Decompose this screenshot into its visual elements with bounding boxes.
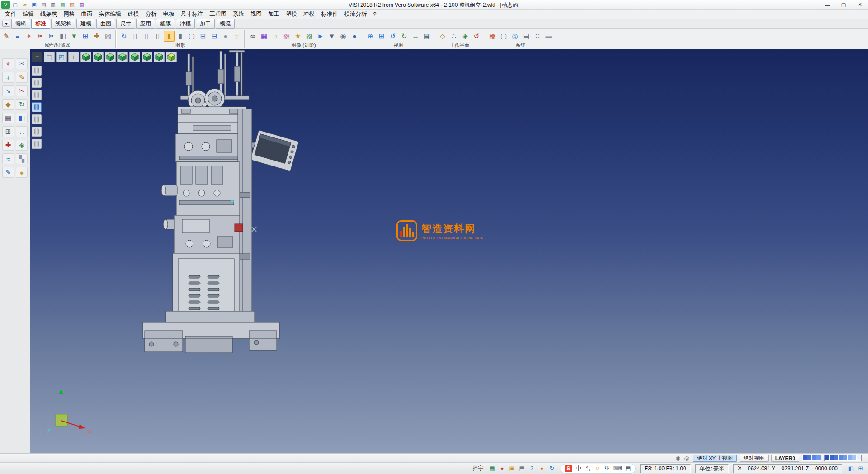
view-back-icon[interactable]	[117, 52, 128, 62]
wave-icon[interactable]: ≈	[2, 153, 14, 164]
menu-item-11[interactable]: 系统	[230, 9, 247, 19]
hatch-icon[interactable]: ▚	[16, 153, 28, 164]
point-icon[interactable]: +	[2, 72, 14, 83]
direction-arrow-icon[interactable]: ►	[315, 31, 326, 42]
light-icon[interactable]: ☼	[231, 31, 242, 42]
selection-filter-icon[interactable]: ▼	[69, 31, 80, 42]
print-status-icon[interactable]: ▤	[518, 465, 526, 473]
tab-3[interactable]: 建模	[76, 19, 95, 29]
diamond-tool-icon[interactable]: ◆	[2, 99, 14, 110]
screen-layout-icon[interactable]: ▦	[58, 1, 67, 9]
minimize-button[interactable]: —	[819, 0, 835, 9]
tab-0[interactable]: 编辑	[11, 19, 30, 29]
zoom-all-icon[interactable]: ⊕	[365, 31, 376, 42]
maximize-button[interactable]: ▢	[835, 0, 852, 9]
points-visibility-icon[interactable]	[32, 114, 42, 124]
menu-item-8[interactable]: 电极	[160, 9, 178, 19]
tab-9[interactable]: 加工	[196, 19, 215, 29]
active-body-icon[interactable]	[32, 102, 42, 112]
tab-8[interactable]: 冲模	[176, 19, 195, 29]
materials-icon[interactable]: ▧	[281, 31, 292, 42]
ime-punct-icon[interactable]: °,	[585, 465, 591, 472]
grid-tool-icon[interactable]: ▦	[2, 113, 14, 123]
workplane-indicator[interactable]: 绝对 XY 上视图	[693, 455, 737, 462]
menu-item-2[interactable]: 线架构	[37, 9, 61, 19]
cad-model[interactable]	[143, 50, 299, 353]
funnel-icon[interactable]: ▼	[326, 31, 337, 42]
stereo-glasses-icon[interactable]: ∞	[247, 31, 258, 42]
sogou-logo-icon[interactable]: S	[565, 465, 572, 472]
point-grid-icon[interactable]: ∷	[532, 31, 543, 42]
ime-mic-icon[interactable]: Ψ	[604, 465, 610, 472]
save-icon[interactable]: ▣	[30, 1, 38, 9]
macro-icon[interactable]: ▨	[77, 1, 86, 9]
dynamic-rotate-icon[interactable]: ↻	[399, 31, 410, 42]
window-select-icon[interactable]: ⊞	[2, 126, 14, 137]
move-icon[interactable]: ↔	[16, 126, 28, 137]
rotate-tool-icon[interactable]: ↻	[16, 99, 28, 110]
grid-mini-icon[interactable]: ⊞	[856, 465, 864, 473]
tab-6[interactable]: 应用	[136, 19, 155, 29]
surfaces-visibility-icon[interactable]	[32, 90, 42, 100]
attribute-report-icon[interactable]: ≡	[12, 31, 23, 42]
environment-sphere-icon[interactable]: ●	[349, 31, 360, 42]
menu-item-15[interactable]: 冲模	[300, 9, 318, 19]
add-icon[interactable]: ✚	[2, 140, 14, 151]
pen-style-icon[interactable]: ✚	[91, 31, 102, 42]
menu-item-14[interactable]: 塑模	[283, 9, 300, 19]
modify-attributes-icon[interactable]: ✎	[1, 31, 12, 42]
workplane-icon[interactable]: ◇	[437, 31, 448, 42]
workplane-reset-icon[interactable]: ↺	[471, 31, 482, 42]
open-folder-icon[interactable]: ▱	[20, 1, 29, 9]
new-file-icon[interactable]: ▢	[11, 1, 19, 9]
monitor-icon[interactable]: ▢	[498, 31, 509, 42]
menu-item-13[interactable]: 加工	[265, 9, 283, 19]
tab-7[interactable]: 塑膜	[156, 19, 175, 29]
view-axonometric-icon[interactable]	[166, 52, 177, 62]
half-shade-icon[interactable]: ◧	[16, 113, 28, 123]
menu-item-16[interactable]: 标准件	[318, 9, 341, 19]
shaded-icon[interactable]: ▮	[164, 31, 175, 42]
tab-10[interactable]: 模流	[216, 19, 235, 29]
layer-stack-icon[interactable]: ≡	[32, 52, 42, 62]
menu-item-10[interactable]: 工程图	[207, 9, 230, 19]
app-logo-icon[interactable]: V	[1, 1, 10, 9]
print-icon[interactable]: ▤	[39, 1, 48, 9]
menu-item-18[interactable]: ?	[370, 10, 380, 19]
ime-keyboard-icon[interactable]: ⌨	[613, 465, 622, 472]
rotate-center-icon[interactable]: ◉	[675, 455, 682, 462]
tab-1[interactable]: 标准	[31, 19, 50, 29]
ime-lang-icon[interactable]: 中	[576, 465, 582, 473]
close-button[interactable]: ✕	[852, 0, 868, 9]
absolute-view-button[interactable]: 绝对视图	[740, 455, 769, 462]
record-icon[interactable]: ●	[498, 465, 506, 473]
pencil-blue-icon[interactable]: ✎	[2, 167, 14, 178]
palette-icon[interactable]: ▧	[68, 1, 76, 9]
sketch-icon[interactable]: ✎	[16, 72, 28, 83]
tab-5[interactable]: 尺寸	[116, 19, 135, 29]
workplane-view-icon[interactable]: ◈	[460, 31, 471, 42]
note-2-icon[interactable]: 2	[528, 465, 536, 473]
view-manager-icon[interactable]: ▦	[421, 31, 432, 42]
project-icon[interactable]: ↘	[2, 85, 14, 96]
menu-item-0[interactable]: 文件	[2, 9, 19, 19]
menu-item-7[interactable]: 分析	[142, 9, 160, 19]
blank-view-icon[interactable]: ▢	[44, 52, 55, 62]
hidden-line-icon[interactable]: ▯	[152, 31, 163, 42]
cut-entities-icon[interactable]: ✂	[35, 31, 46, 42]
film-icon[interactable]: ▤	[521, 31, 532, 42]
layout-mini-icon[interactable]: ◧	[847, 465, 855, 473]
view-front-icon[interactable]	[105, 52, 116, 62]
plot-icon[interactable]: ▥	[49, 1, 57, 9]
erase-icon[interactable]: ◧	[57, 31, 68, 42]
tab-4[interactable]: 曲面	[96, 19, 115, 29]
bounding-box-icon[interactable]: ▢	[186, 31, 197, 42]
menu-item-3[interactable]: 网格	[61, 9, 78, 19]
shaded-edges-icon[interactable]: ▮	[175, 31, 186, 42]
tab-2[interactable]: 线架构	[51, 19, 75, 29]
slab-icon[interactable]: ▬	[543, 31, 554, 42]
measure-icon[interactable]: ●	[16, 167, 28, 178]
wireframe-icon[interactable]: ▯	[130, 31, 141, 42]
view-top-icon[interactable]	[93, 52, 104, 62]
sync-icon[interactable]: ↻	[548, 465, 556, 473]
